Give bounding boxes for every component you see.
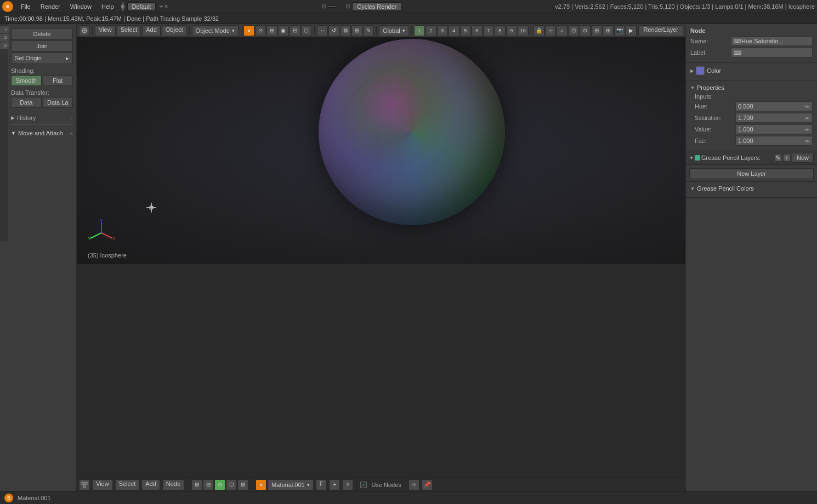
menu-file[interactable]: File [16,2,35,11]
object-menu[interactable]: Object [162,25,187,36]
node-comp-icon[interactable]: ⊞ [191,479,202,490]
node-view-menu[interactable]: View [92,479,113,490]
render-engine[interactable]: Cycles Render [352,2,401,11]
gp-pencil-icon[interactable]: ✎ [774,154,782,162]
use-nodes-checkbox[interactable]: ✓ [360,482,367,488]
inputs-label: Inputs: [695,93,733,100]
mat-sphere-icon[interactable]: ● [256,479,266,490]
scene-name[interactable] [327,5,337,8]
node-extra-icon[interactable]: ⊞ [237,479,248,490]
layer10[interactable]: 10 [518,25,529,36]
grab-icon[interactable]: ↔ [317,25,328,36]
gp-layers-icon [695,155,700,161]
gp-add-icon[interactable]: + [783,154,791,162]
add-menu[interactable]: Add [142,25,161,36]
history-header[interactable]: ▶ History ≡ [11,113,73,122]
node-mat-icon[interactable]: ⊙ [214,479,225,490]
menu-window[interactable]: Window [66,2,96,11]
prop-icon[interactable]: ○ [557,25,568,36]
viewport-shading2[interactable]: ◉ [278,25,289,36]
layer2[interactable]: 2 [425,25,436,36]
viewport-icons-left: ● ⊙ ⊞ ◉ ⊟ ⬡ [243,25,312,36]
properties-section: ▼ Properties Inputs: Hue: 0.500 ◂▸ Satur… [686,81,817,151]
svg-text:Y: Y [88,236,91,241]
viewport-render-icon[interactable]: ⊙ [255,25,266,36]
node-sep3 [356,480,357,489]
side-tab-r[interactable]: R [0,34,9,42]
view-menu[interactable]: View [95,25,116,36]
select-menu[interactable]: Select [117,25,141,36]
render-view-icon[interactable]: ▶ [626,25,637,36]
side-tab-n[interactable]: N [0,42,9,50]
data-button[interactable]: Data [11,97,42,108]
layer4[interactable]: 4 [449,25,459,36]
render-layer-btn[interactable]: RenderLayer [638,25,683,36]
value-prop-value[interactable]: 1.000 ◂▸ [735,124,813,134]
node-menu[interactable]: Node [162,479,184,490]
material-dropdown[interactable]: Material.001 ▾ [268,479,314,490]
mat-plus-icon[interactable]: + [329,479,340,490]
object-label: (35) Icosphere [88,252,127,259]
toolbar-sep4 [314,26,315,35]
side-tab-tools[interactable]: T [0,26,9,33]
node-snap-icon[interactable]: ⊹ [408,479,419,490]
svg-rect-15 [85,482,87,484]
lock-icon[interactable]: 🔒 [534,25,544,36]
delete-button[interactable]: Delete [11,28,73,39]
viewport-icon[interactable] [79,25,90,36]
node-pin-icon[interactable]: 📌 [422,479,433,490]
layer6[interactable]: 6 [472,25,483,36]
transform-icon[interactable]: ⊞ [351,25,362,36]
set-origin-button[interactable]: Set Origin ▸ [11,53,73,64]
snap-icon[interactable]: ⊹ [545,25,556,36]
fac-prop-value[interactable]: 1.000 ◂▸ [735,136,813,146]
toolbar-sep5 [376,26,377,35]
node-name-input[interactable]: ⌨ Hue Saturatio... [731,36,813,46]
camera-icon[interactable]: 📷 [614,25,625,36]
layer7[interactable]: 7 [483,25,494,36]
mat-x-icon[interactable]: × [342,479,353,490]
workspace-name[interactable]: Default [127,2,156,11]
svg-line-8 [101,233,112,238]
layer8[interactable]: 8 [495,25,506,36]
data-la-button[interactable]: Data La [43,97,73,108]
viewport-3d[interactable]: X Y Z (35) Icosphere [77,37,685,264]
menu-help[interactable]: Help [97,2,118,11]
node-editor-icon[interactable] [79,479,90,490]
global-dropdown[interactable]: Global ▾ [379,25,409,36]
gp-new-layer-button[interactable]: New Layer [689,168,814,179]
node-add-menu[interactable]: Add [141,479,160,490]
hue-prop-value[interactable]: 0.500 ◂▸ [735,101,813,111]
sat-prop-value[interactable]: 1.700 ◂▸ [735,113,813,123]
grid-icon[interactable]: ⊞ [591,25,602,36]
viewport-shading1[interactable]: ⊞ [266,25,277,36]
viewport-sphere-icon[interactable]: ● [243,25,254,36]
node-tex-icon[interactable]: ⊟ [203,479,214,490]
sculpt-icon[interactable]: ✎ [363,25,374,36]
object-mode-dropdown[interactable]: Object Mode ▾ [192,25,239,36]
viewport-shading4[interactable]: ⬡ [301,25,312,36]
node-editor-canvas[interactable]: Noise Texture Color Fac [77,264,685,478]
node-label-input[interactable]: ⌨ [731,48,813,58]
icosphere-render [319,39,505,225]
menu-render[interactable]: Render [36,2,65,11]
mirror-icon[interactable]: ⊡ [568,25,579,36]
gp-new-button[interactable]: New [792,153,814,163]
layer3[interactable]: 3 [437,25,448,36]
flat-button[interactable]: Flat [43,75,73,86]
smooth-button[interactable]: Smooth [11,75,42,86]
join-button[interactable]: Join [11,41,73,51]
pivot-icon[interactable]: ⊙ [580,25,591,36]
layer1[interactable]: 1 [414,25,425,36]
node-select-menu[interactable]: Select [115,479,140,490]
mat-f-btn[interactable]: F [316,479,327,490]
layer9[interactable]: 9 [506,25,517,36]
move-attach-header[interactable]: ▼ Move and Attach ≡ [11,129,73,138]
extras-icon[interactable]: ⊞ [603,25,614,36]
node-lin-icon[interactable]: ⬡ [226,479,237,490]
scale-icon[interactable]: ⊠ [340,25,351,36]
rotate-icon[interactable]: ↺ [328,25,339,36]
viewport-shading3[interactable]: ⊟ [290,25,300,36]
layer5[interactable]: 5 [460,25,471,36]
svg-text:X: X [113,236,115,241]
